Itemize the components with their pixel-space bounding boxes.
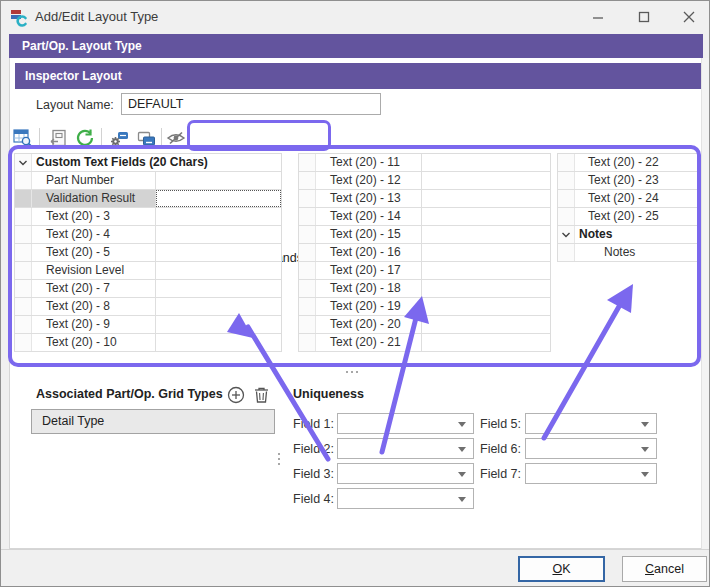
maximize-icon (638, 11, 650, 23)
copy-layout-icon[interactable] (135, 127, 157, 149)
grid-row[interactable]: Revision Level (15, 262, 281, 280)
grid-value-cell-focused[interactable] (156, 190, 281, 207)
dialog-window: Add/Edit Layout Type Part/Op. Layout Typ… (0, 0, 710, 587)
toolbar-separator (39, 128, 40, 147)
field7-dropdown[interactable] (525, 463, 657, 484)
field5-dropdown[interactable] (525, 413, 657, 434)
grid-band-3: Text (20) - 22 Text (20) - 23 Text (20) … (557, 153, 698, 262)
grid-search-icon[interactable] (12, 127, 34, 149)
field3-label: Field 3: (293, 467, 334, 481)
section-header-part-op-layout-type: Part/Op. Layout Type (9, 34, 703, 58)
maximize-button[interactable] (623, 1, 665, 32)
grid-value-cell[interactable] (156, 172, 281, 189)
title-bar: Add/Edit Layout Type (1, 1, 709, 33)
field3-dropdown[interactable] (337, 463, 474, 484)
grid-row[interactable]: Part Number (15, 172, 281, 190)
grid-value-cell[interactable] (156, 226, 281, 243)
grid-group-header-notes[interactable]: Notes (558, 226, 697, 244)
grid-row[interactable]: Text (20) - 10 (15, 334, 281, 352)
horizontal-splitter-grip-icon[interactable] (346, 370, 360, 374)
toolbar-separator (101, 128, 102, 147)
grid-band-1: Custom Text Fields (20 Chars) Part Numbe… (14, 153, 282, 352)
layout-name-label: Layout Name: (36, 98, 114, 112)
window-title: Add/Edit Layout Type (35, 9, 158, 24)
grid-row[interactable]: Text (20) - 15 (299, 226, 550, 244)
grid-value-cell[interactable] (156, 334, 281, 351)
grid-row-selected[interactable]: Validation Result (15, 190, 281, 208)
toolbar-separator (161, 128, 162, 147)
hide-columns-eye-icon[interactable] (165, 127, 187, 149)
ok-button[interactable]: OK (518, 556, 605, 582)
grid-value-cell[interactable] (156, 298, 281, 315)
grid-value-cell[interactable] (156, 280, 281, 297)
close-icon (683, 11, 695, 23)
grid-row[interactable]: Text (20) - 4 (15, 226, 281, 244)
grid-value-cell[interactable] (156, 316, 281, 333)
grid-value-cell[interactable] (422, 244, 550, 261)
grid-row[interactable]: Text (20) - 13 (299, 190, 550, 208)
grid-row[interactable]: Text (20) - 5 (15, 244, 281, 262)
grid-value-cell[interactable] (422, 226, 550, 243)
grid-row[interactable]: Text (20) - 25 (558, 208, 697, 226)
grid-row[interactable]: Text (20) - 17 (299, 262, 550, 280)
grid-value-cell[interactable] (156, 262, 281, 279)
grid-row[interactable]: Text (20) - 19 (299, 298, 550, 316)
field2-label: Field 2: (293, 442, 334, 456)
grid-row[interactable]: Text (20) - 9 (15, 316, 281, 334)
app-logo-icon (9, 7, 29, 27)
grid-value-cell[interactable] (422, 334, 550, 351)
grid-value-cell[interactable] (422, 262, 550, 279)
grid-value-cell[interactable] (422, 280, 550, 297)
delete-grid-type-icon[interactable] (253, 386, 270, 404)
minimize-icon (592, 11, 604, 23)
chevron-down-icon[interactable] (15, 154, 32, 171)
grid-row[interactable]: Text (20) - 7 (15, 280, 281, 298)
grid-row[interactable]: Text (20) - 18 (299, 280, 550, 298)
field7-label: Field 7: (480, 467, 521, 481)
grid-value-cell[interactable] (422, 316, 550, 333)
grid-value-cell[interactable] (422, 298, 550, 315)
refresh-icon[interactable] (74, 127, 96, 149)
close-button[interactable] (668, 1, 710, 32)
vertical-splitter-grip-icon[interactable] (277, 453, 281, 467)
grid-row[interactable]: Notes (558, 244, 697, 262)
grid-row[interactable]: Text (20) - 16 (299, 244, 550, 262)
grid-group-header-custom-text-fields[interactable]: Custom Text Fields (20 Chars) (15, 154, 281, 172)
grid-row[interactable]: Text (20) - 14 (299, 208, 550, 226)
grid-value-cell[interactable] (422, 208, 550, 225)
grid-row[interactable]: Text (20) - 24 (558, 190, 697, 208)
field4-label: Field 4: (293, 492, 334, 506)
field6-dropdown[interactable] (525, 438, 657, 459)
cancel-button[interactable]: Cancel (622, 556, 707, 582)
grid-row[interactable]: Text (20) - 8 (15, 298, 281, 316)
grid-value-cell[interactable] (156, 208, 281, 225)
uniqueness-title: Uniqueness (293, 387, 364, 401)
grid-value-cell[interactable] (422, 154, 550, 171)
grid-row[interactable]: Text (20) - 12 (299, 172, 550, 190)
grid-row[interactable]: Text (20) - 21 (299, 334, 550, 352)
grid-row[interactable]: Text (20) - 3 (15, 208, 281, 226)
grid-value-cell[interactable] (422, 172, 550, 189)
field1-dropdown[interactable] (337, 413, 474, 434)
field2-dropdown[interactable] (337, 438, 474, 459)
chevron-down-icon[interactable] (558, 226, 575, 243)
grid-row[interactable]: Text (20) - 23 (558, 172, 697, 190)
field6-label: Field 6: (480, 442, 521, 456)
field4-dropdown[interactable] (337, 488, 474, 509)
layout-name-input[interactable] (121, 93, 381, 115)
grid-value-cell[interactable] (422, 190, 550, 207)
associated-grid-types-title: Associated Part/Op. Grid Types (36, 387, 223, 401)
grid-row[interactable]: Text (20) - 22 (558, 154, 697, 172)
section-header-inspector-layout: Inspector Layout (15, 63, 702, 89)
field1-label: Field 1: (293, 417, 334, 431)
gear-layout-icon[interactable] (108, 127, 130, 149)
grid-value-cell[interactable] (156, 244, 281, 261)
grid-row[interactable]: Text (20) - 20 (299, 316, 550, 334)
grid-type-list-item[interactable]: Detail Type (31, 409, 275, 434)
grid-row[interactable]: Text (20) - 11 (299, 154, 550, 172)
insert-band-icon[interactable] (47, 127, 69, 149)
grid-band-2: Text (20) - 11 Text (20) - 12 Text (20) … (298, 153, 551, 352)
add-grid-type-icon[interactable] (227, 386, 245, 404)
field5-label: Field 5: (480, 417, 521, 431)
minimize-button[interactable] (577, 1, 619, 32)
